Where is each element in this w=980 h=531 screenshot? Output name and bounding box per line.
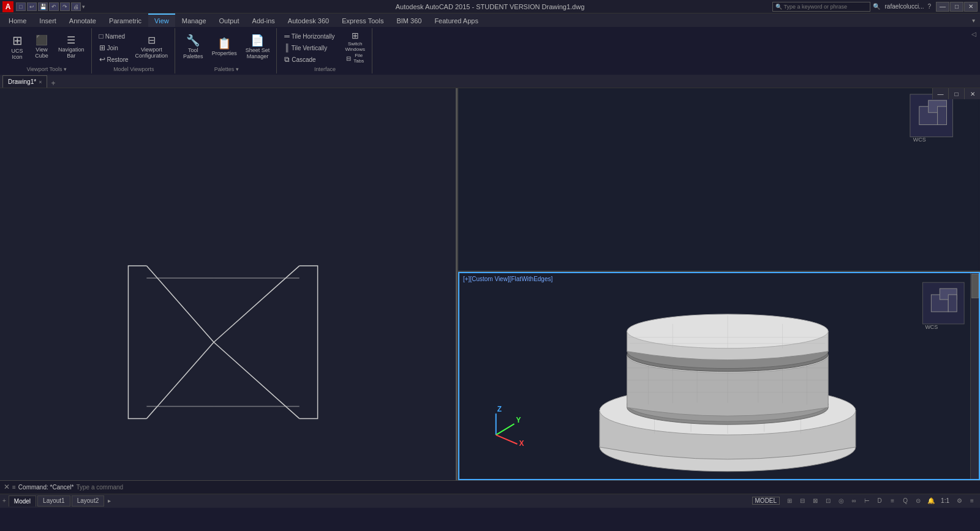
search-box[interactable]: 🔍 Type a keyword or phrase (772, 2, 870, 12)
top-right-canvas: WCS (458, 88, 980, 271)
zoom-level: 1:1 (938, 497, 952, 504)
layout-more-icon[interactable]: ▸ (108, 497, 111, 504)
tile-vertically-button[interactable]: ║ Tile Vertically (282, 42, 337, 53)
help-icon[interactable]: ? (927, 3, 931, 10)
search-icon[interactable]: 🔍 (872, 2, 881, 12)
grid-icon[interactable]: ⊞ (784, 495, 795, 507)
palettes-label[interactable]: Palettes ▾ (180, 66, 273, 72)
join-icon: ⊞ (99, 43, 105, 52)
snap-icon[interactable]: ⊟ (797, 495, 808, 507)
ucs-icon-button[interactable]: ⊞ UCSIcon (6, 31, 28, 64)
viewport-close[interactable]: ✕ (964, 88, 980, 99)
polar-icon[interactable]: ⊡ (823, 495, 834, 507)
join-button[interactable]: ⊞ Join (97, 42, 131, 53)
qa-save[interactable]: 💾 (38, 2, 48, 11)
tool-palettes-icon: 🔧 (186, 35, 200, 46)
svg-rect-0 (0, 89, 457, 480)
navigation-bar-button[interactable]: ☰ NavigationBar (55, 31, 88, 64)
switch-windows-button[interactable]: ⊞ SwitchWindows (342, 31, 368, 53)
tab-insert[interactable]: Insert (33, 13, 62, 27)
tile-v-icon: ║ (284, 43, 290, 52)
left-viewport[interactable] (0, 88, 458, 480)
qp-icon[interactable]: Q (900, 495, 911, 507)
drawing-tab-main[interactable]: Drawing1* × (2, 75, 47, 88)
qa-undo[interactable]: ↶ (49, 2, 59, 11)
restore-label: Restore (107, 56, 129, 63)
tile-v-label: Tile Vertically (292, 45, 328, 51)
tile-horizontally-button[interactable]: ═ Tile Horizontally (282, 31, 337, 42)
svg-rect-27 (938, 107, 947, 125)
right-scrollbar[interactable] (970, 273, 979, 479)
model-tab[interactable]: Model (9, 495, 36, 507)
tab-featured[interactable]: Featured Apps (428, 13, 484, 27)
otrack-icon[interactable]: ∞ (848, 495, 859, 507)
tile-h-icon: ═ (284, 32, 290, 40)
scrollbar-thumb[interactable] (971, 274, 979, 298)
tab-home[interactable]: Home (2, 13, 32, 27)
anno-icon[interactable]: 🔔 (925, 495, 937, 507)
tab-bim360[interactable]: BIM 360 (390, 13, 428, 27)
restore-button[interactable]: ↩ Restore (97, 54, 131, 65)
layout1-tab[interactable]: Layout1 (37, 495, 70, 507)
tab-autodesk360[interactable]: Autodesk 360 (282, 13, 335, 27)
close-button[interactable]: ✕ (964, 2, 978, 12)
nav-bar-label: NavigationBar (58, 47, 85, 59)
viewport-minimize[interactable]: — (932, 88, 948, 99)
named-icon: □ (99, 32, 104, 40)
cascade-label: Cascade (292, 56, 315, 63)
lw-icon[interactable]: ≡ (887, 495, 898, 507)
cmd-scroll-icon[interactable]: ≡ (12, 484, 16, 491)
maximize-button[interactable]: □ (950, 2, 963, 12)
model-label[interactable]: MODEL (752, 497, 780, 505)
interface-label: Interface (282, 66, 368, 72)
qa-open[interactable]: ↩ (27, 2, 37, 11)
tool-palettes-button[interactable]: 🔧 ToolPalettes (180, 31, 206, 64)
tab-view[interactable]: View (148, 13, 175, 27)
tab-parametric[interactable]: Parametric (103, 13, 148, 27)
ribbon-expand[interactable]: ◁ (970, 29, 978, 39)
ducs-icon[interactable]: ⊢ (861, 495, 872, 507)
tab-overflow[interactable]: ▾ (970, 17, 978, 24)
qa-new[interactable]: □ (16, 2, 26, 11)
app-icon: A (2, 1, 13, 12)
view-cube-button[interactable]: ⬛ ViewCube (31, 31, 53, 64)
dyn-icon[interactable]: D (874, 495, 885, 507)
tab-manage[interactable]: Manage (176, 13, 213, 27)
qa-plot[interactable]: 🖨 (71, 2, 81, 11)
properties-icon: 📋 (217, 38, 231, 49)
tab-output[interactable]: Output (213, 13, 246, 27)
sheet-set-label: Sheet SetManager (246, 47, 270, 59)
new-tab-button[interactable]: + (51, 79, 55, 88)
viewport-config-icon: ⊟ (148, 36, 156, 45)
viewport-maximize[interactable]: □ (948, 88, 964, 99)
bottom-viewport-label[interactable]: [+][Custom View][FlatWithEdges] (463, 276, 552, 282)
viewport-tools-label[interactable]: Viewport Tools ▾ (6, 66, 88, 72)
properties-button[interactable]: 📋 Properties (209, 31, 240, 64)
workspace-icon[interactable]: ⚙ (954, 495, 965, 507)
cascade-button[interactable]: ⧉ Cascade (282, 54, 337, 65)
sheet-set-button[interactable]: 📄 Sheet SetManager (243, 31, 273, 64)
properties-label: Properties (212, 50, 237, 56)
tile-h-label: Tile Horizontally (292, 33, 335, 40)
sel-icon[interactable]: ⊝ (913, 495, 924, 507)
named-button[interactable]: □ Named (97, 31, 131, 42)
cmd-close-icon[interactable]: ✕ (4, 483, 10, 491)
add-layout-icon[interactable]: + (2, 497, 6, 504)
minimize-button[interactable]: — (936, 2, 949, 12)
qa-redo[interactable]: ↷ (60, 2, 70, 11)
file-tabs-button[interactable]: ⊟ FileTabs (342, 53, 368, 63)
command-input[interactable] (76, 484, 976, 491)
tab-addins[interactable]: Add-ins (246, 13, 281, 27)
ribbon-content: ⊞ UCSIcon ⬛ ViewCube ☰ NavigationBar Vie… (0, 27, 980, 75)
ortho-icon[interactable]: ⊠ (810, 495, 821, 507)
tab-express[interactable]: Express Tools (336, 13, 390, 27)
bottom-right-viewport[interactable]: [+][Custom View][FlatWithEdges] (458, 272, 980, 480)
settings-icon[interactable]: ≡ (967, 495, 978, 507)
tab-close-icon[interactable]: × (39, 79, 42, 85)
layout2-tab[interactable]: Layout2 (72, 495, 105, 507)
svg-rect-9 (460, 88, 978, 271)
viewport-config-button[interactable]: ⊟ ViewportConfiguration (132, 31, 172, 64)
top-right-viewport[interactable]: — □ ✕ (458, 88, 980, 272)
osnap-icon[interactable]: ◎ (835, 495, 846, 507)
tab-annotate[interactable]: Annotate (63, 13, 102, 27)
